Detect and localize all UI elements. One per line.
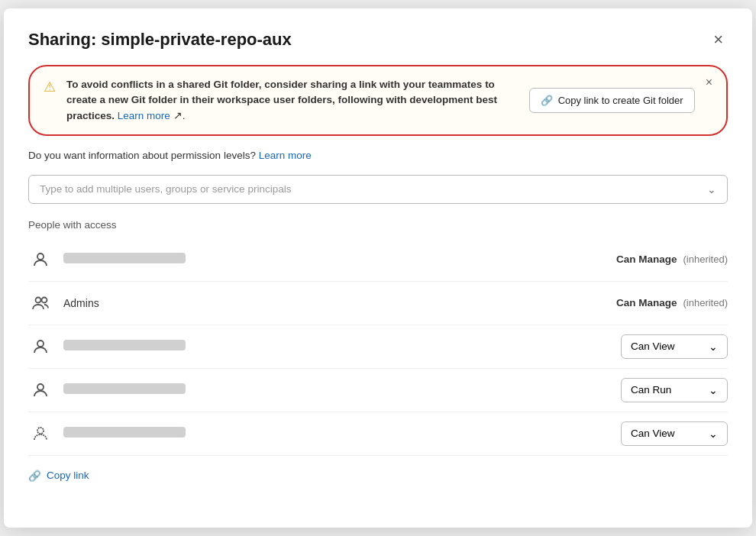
permission-value: Can View [631,341,675,352]
person-name-blur [63,253,186,263]
person-name-blur [63,383,186,394]
copy-link-footer[interactable]: 🔗 Copy link [28,470,728,482]
modal-close-button[interactable]: × [709,30,728,50]
permission-dropdown[interactable]: Can Run ⌄ [621,378,728,402]
group-icon [31,294,50,312]
permission-value: Can Run [631,384,671,396]
user-icon [31,337,50,356]
user-icon [31,425,50,443]
table-row: Can View ⌄ [28,325,728,369]
person-name-blur [63,427,186,438]
sharing-modal: Sharing: simple-private-repo-aux × ⚠ To … [4,8,752,528]
person-name [63,253,616,266]
permission-label: Can Manage [616,297,677,308]
svg-point-0 [37,253,44,260]
table-row: Can View ⌄ [28,412,728,456]
svg-point-3 [37,341,44,347]
person-name [63,340,621,353]
person-permission: Can View ⌄ [621,334,728,359]
permission-dropdown[interactable]: Can View ⌄ [621,421,728,446]
svg-point-4 [37,384,44,390]
chevron-down-icon: ⌄ [709,384,718,396]
inherited-label: (inherited) [683,253,728,265]
link-icon: 🔗 [28,470,41,482]
permission-learn-more-link[interactable]: Learn more [259,150,312,161]
permission-label: Can Manage [616,253,677,265]
user-icon [31,381,50,399]
svg-point-1 [36,297,41,302]
avatar [28,247,53,272]
link-icon: 🔗 [541,95,553,106]
person-permission: Can Manage (inherited) [616,253,728,265]
modal-title: Sharing: simple-private-repo-aux [28,30,292,50]
person-name [63,427,621,440]
avatar [28,334,53,359]
admins-label: Admins [63,297,99,309]
warning-text: To avoid conflicts in a shared Git folde… [66,77,519,124]
avatar [28,378,53,402]
chevron-down-icon: ⌄ [709,341,718,353]
warning-banner: ⚠ To avoid conflicts in a shared Git fol… [28,65,728,136]
copy-git-link-button[interactable]: 🔗 Copy link to create Git folder [529,88,695,113]
warning-dismiss-button[interactable]: × [706,76,712,89]
person-name-blur [63,340,186,350]
person-name: Admins [63,297,616,309]
table-row: Can Manage (inherited) [28,238,728,282]
people-list: Can Manage (inherited) Admins Can Manage… [28,238,728,456]
user-icon [31,250,50,269]
person-name [63,383,621,396]
person-permission: Can Run ⌄ [621,378,728,402]
person-permission: Can Manage (inherited) [616,297,728,308]
permission-dropdown[interactable]: Can View ⌄ [621,334,728,359]
warning-learn-more-link[interactable]: Learn more [118,110,170,121]
search-placeholder: Type to add multiple users, groups or se… [40,183,291,195]
warning-icon: ⚠ [44,79,56,95]
add-users-input[interactable]: Type to add multiple users, groups or se… [28,175,728,204]
avatar [28,421,53,446]
people-with-access-label: People with access [28,219,728,231]
avatar [28,291,53,315]
copy-git-link-label: Copy link to create Git folder [558,95,683,106]
permission-info: Do you want information about permission… [28,150,728,161]
table-row: Can Run ⌄ [28,369,728,412]
copy-link-label: Copy link [47,470,89,481]
chevron-down-icon: ⌄ [707,183,716,195]
person-permission: Can View ⌄ [621,421,728,446]
permission-value: Can View [631,428,675,439]
inherited-label: (inherited) [683,297,728,308]
modal-header: Sharing: simple-private-repo-aux × [28,30,728,50]
permission-info-text: Do you want information about permission… [28,150,256,161]
table-row: Admins Can Manage (inherited) [28,282,728,325]
svg-point-2 [42,297,47,302]
warning-external-icon: ↗ [173,110,183,121]
svg-point-5 [37,428,44,434]
chevron-down-icon: ⌄ [709,428,718,440]
